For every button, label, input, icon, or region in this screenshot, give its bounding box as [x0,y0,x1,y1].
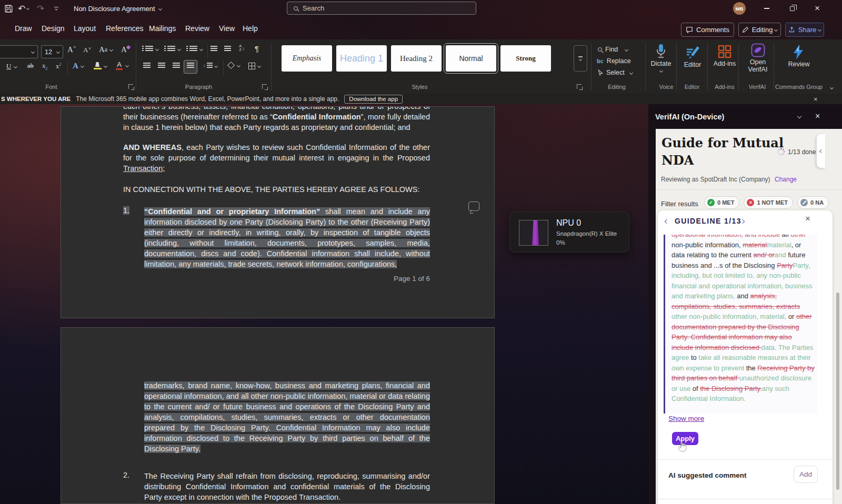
align-right-button[interactable] [173,63,180,69]
doc-paragraph: IN CONNECTION WITH THE ABOVE, THE PARTIE… [123,184,430,195]
comment-anchor-icon[interactable] [468,201,479,211]
share-button[interactable]: Share [785,23,824,37]
document-title[interactable]: Non Disclosure Agreement [74,0,162,17]
close-button[interactable]: × [808,0,826,17]
guideline-label: GUIDELINE 1/13 [675,217,741,225]
editing-mode-button[interactable]: Editing [738,23,781,37]
underline-button[interactable]: U [6,62,17,70]
pill-na[interactable]: 0 NA [797,196,829,209]
addins-button[interactable]: Add-ins [710,44,739,67]
doc-list-item-2: 2. The Receiving Party shall refrain fro… [123,471,430,502]
guideline-prev-icon[interactable] [665,219,669,224]
bullets-button[interactable] [142,46,158,52]
download-app-button[interactable]: Download the app [344,95,403,104]
line-spacing-button[interactable]: ↕ [203,63,217,69]
panel-close-icon[interactable]: × [815,112,820,121]
styles-gallery-more-button[interactable] [574,45,587,72]
highlight-color-button[interactable] [94,62,107,69]
paragraph-dialog-launcher[interactable] [262,84,267,89]
replace-button[interactable]: bcReplace [597,56,631,66]
grow-font-button[interactable]: A^ [67,45,76,54]
subscript-button[interactable]: x2 [42,62,47,71]
lightning-icon [792,44,806,60]
collapse-ribbon-button[interactable] [830,82,833,91]
font-dialog-launcher[interactable] [128,84,133,89]
styles-dialog-launcher[interactable] [577,84,582,89]
shrink-font-button[interactable]: Av [83,46,91,54]
panel-scrollbar[interactable] [836,293,839,490]
notification-message: The Microsoft 365 mobile app combines Wo… [76,95,339,103]
filter-pills: ✓0 MET ×1 NOT MET 0 NA [704,196,829,209]
font-size-combo[interactable]: 12 [41,45,63,58]
decrease-indent-button[interactable] [210,46,217,52]
tab-view[interactable]: View [219,24,235,33]
shading-button[interactable] [228,63,240,68]
minimize-button[interactable] [758,0,776,17]
document-page-2[interactable]: trademarks, brand name, know-how, busine… [61,327,495,504]
quick-access-overflow-icon[interactable] [54,0,58,17]
tab-design[interactable]: Design [42,24,65,33]
pilcrow-button[interactable]: ¶ [255,44,259,53]
document-page-1[interactable]: each other's business, assets, financial… [61,106,495,318]
guideline-close-icon[interactable]: × [805,214,810,224]
page-footer: Page 1 of 6 [123,275,430,283]
change-case-button[interactable]: Aa [99,45,113,54]
superscript-button[interactable]: x2 [56,62,61,70]
comments-button[interactable]: Comments [681,23,734,37]
pill-met[interactable]: ✓0 MET [704,196,739,209]
font-color-button[interactable]: A [116,62,128,69]
style-strong[interactable]: Strong [500,45,551,72]
editor-icon [685,44,700,60]
editor-button[interactable]: Editor [678,44,707,68]
style-heading2[interactable]: Heading 2 [391,45,442,72]
save-icon[interactable] [4,0,13,17]
search-input[interactable]: Search [287,2,476,15]
tab-references[interactable]: References [106,24,144,33]
align-justify-button[interactable] [187,63,194,69]
font-name-combo[interactable] [0,45,38,58]
title-bar: ↶ ↷ Non Disclosure Agreement Search MB × [0,0,842,17]
undo-button[interactable]: ↶ [18,0,29,17]
review-command-button[interactable]: Review [784,44,814,68]
font-group-label: Font [0,84,103,90]
tab-draw[interactable]: Draw [15,24,32,33]
align-left-button[interactable] [143,63,151,69]
restore-button[interactable] [783,0,801,17]
style-emphasis[interactable]: Emphasis [282,45,332,72]
sort-button[interactable]: AZ↓ [239,44,245,52]
tab-review[interactable]: Review [185,24,209,33]
tab-mailings[interactable]: Mailings [149,24,176,33]
pill-not-met[interactable]: ×1 NOT MET [744,196,793,209]
multilevel-list-button[interactable] [186,46,203,52]
verifai-icon [751,43,765,57]
avatar[interactable]: MB [733,2,746,15]
tab-layout[interactable]: Layout [74,24,96,33]
verifai-group-label: VerifAI [741,84,774,90]
strikethrough-button[interactable]: ab [27,62,34,70]
numbering-button[interactable] [164,46,181,52]
style-normal[interactable]: Normal [446,45,496,72]
progress-indicator: 1/13 done [777,148,816,156]
clear-formatting-button[interactable]: A [121,45,130,54]
na-icon [800,199,808,206]
doc-paragraph: AND WHEREAS, each Party wishes to review… [123,142,430,174]
ai-comment-label: AI suggested comment [668,471,747,479]
text-effects-button[interactable]: A [73,62,84,70]
select-button[interactable]: Select [598,67,633,78]
search-icon [294,6,298,11]
find-button[interactable]: Find [598,44,628,55]
borders-button[interactable] [248,63,260,69]
open-verifai-button[interactable]: Open VerifAI [740,43,776,73]
panel-expand-tab[interactable] [817,134,825,168]
tab-help[interactable]: Help [243,24,258,33]
notification-close-icon[interactable]: × [814,95,818,103]
increase-indent-button[interactable] [224,46,231,52]
npu-usage-chart [519,220,548,246]
change-link[interactable]: Change [775,176,797,183]
style-heading1[interactable]: Heading 1 [336,45,387,72]
redo-button[interactable]: ↷ [37,0,44,17]
dictate-button[interactable]: Dictate [646,43,676,72]
show-more-link[interactable]: Show more [668,415,704,422]
align-center-button[interactable] [158,63,165,69]
add-comment-button[interactable]: Add [794,466,818,483]
